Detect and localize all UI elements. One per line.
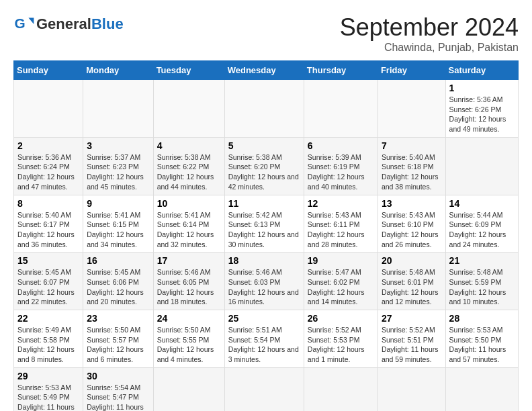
empty-cell bbox=[14, 80, 83, 138]
day-cell: 4Sunrise: 5:38 AMSunset: 6:22 PMDaylight… bbox=[153, 137, 224, 195]
day-cell: 2Sunrise: 5:36 AMSunset: 6:24 PMDaylight… bbox=[14, 137, 83, 195]
empty-cell bbox=[224, 367, 304, 411]
day-cell: 18Sunrise: 5:46 AMSunset: 6:03 PMDayligh… bbox=[224, 253, 304, 310]
empty-cell bbox=[445, 367, 518, 411]
header-saturday: Saturday bbox=[445, 61, 518, 80]
header: G GeneralBlue September 2024 Chawinda, P… bbox=[13, 13, 519, 54]
day-cell: 12Sunrise: 5:43 AMSunset: 6:11 PMDayligh… bbox=[304, 195, 378, 253]
day-cell: 26Sunrise: 5:52 AMSunset: 5:53 PMDayligh… bbox=[304, 310, 378, 368]
header-tuesday: Tuesday bbox=[153, 61, 224, 80]
day-cell: 3Sunrise: 5:37 AMSunset: 6:23 PMDaylight… bbox=[83, 137, 153, 195]
day-cell: 10Sunrise: 5:41 AMSunset: 6:14 PMDayligh… bbox=[153, 195, 224, 253]
main-title: September 2024 bbox=[340, 13, 519, 42]
day-cell: 1Sunrise: 5:36 AMSunset: 6:26 PMDaylight… bbox=[445, 80, 518, 138]
empty-cell bbox=[153, 80, 224, 138]
week-row-5: 22Sunrise: 5:49 AMSunset: 5:58 PMDayligh… bbox=[14, 310, 519, 368]
logo-general: GeneralBlue bbox=[36, 15, 124, 33]
day-cell: 7Sunrise: 5:40 AMSunset: 6:18 PMDaylight… bbox=[378, 137, 445, 195]
day-cell: 5Sunrise: 5:38 AMSunset: 6:20 PMDaylight… bbox=[224, 137, 304, 195]
day-cell: 30Sunrise: 5:54 AMSunset: 5:47 PMDayligh… bbox=[83, 367, 153, 411]
header-thursday: Thursday bbox=[304, 61, 378, 80]
day-cell: 25Sunrise: 5:51 AMSunset: 5:54 PMDayligh… bbox=[224, 310, 304, 368]
day-cell: 9Sunrise: 5:41 AMSunset: 6:15 PMDaylight… bbox=[83, 195, 153, 253]
subtitle: Chawinda, Punjab, Pakistan bbox=[340, 42, 519, 54]
day-cell: 27Sunrise: 5:52 AMSunset: 5:51 PMDayligh… bbox=[378, 310, 445, 368]
header-friday: Friday bbox=[378, 61, 445, 80]
empty-cell bbox=[445, 137, 518, 195]
header-sunday: Sunday bbox=[14, 61, 83, 80]
day-cell: 17Sunrise: 5:46 AMSunset: 6:05 PMDayligh… bbox=[153, 253, 224, 310]
empty-cell bbox=[378, 80, 445, 138]
week-row-3: 8Sunrise: 5:40 AMSunset: 6:17 PMDaylight… bbox=[14, 195, 519, 253]
svg-text:G: G bbox=[15, 15, 26, 31]
week-row-1: 1Sunrise: 5:36 AMSunset: 6:26 PMDaylight… bbox=[14, 80, 519, 138]
day-cell: 13Sunrise: 5:43 AMSunset: 6:10 PMDayligh… bbox=[378, 195, 445, 253]
week-row-6: 29Sunrise: 5:53 AMSunset: 5:49 PMDayligh… bbox=[14, 367, 519, 411]
empty-cell bbox=[304, 80, 378, 138]
day-cell: 29Sunrise: 5:53 AMSunset: 5:49 PMDayligh… bbox=[14, 367, 83, 411]
header-row: SundayMondayTuesdayWednesdayThursdayFrid… bbox=[14, 61, 519, 80]
day-cell: 15Sunrise: 5:45 AMSunset: 6:07 PMDayligh… bbox=[14, 253, 83, 310]
empty-cell bbox=[378, 367, 445, 411]
logo: G GeneralBlue bbox=[13, 13, 124, 35]
empty-cell bbox=[83, 80, 153, 138]
day-cell: 8Sunrise: 5:40 AMSunset: 6:17 PMDaylight… bbox=[14, 195, 83, 253]
calendar-table: SundayMondayTuesdayWednesdayThursdayFrid… bbox=[13, 60, 519, 411]
day-cell: 19Sunrise: 5:47 AMSunset: 6:02 PMDayligh… bbox=[304, 253, 378, 310]
day-cell: 24Sunrise: 5:50 AMSunset: 5:55 PMDayligh… bbox=[153, 310, 224, 368]
empty-cell bbox=[304, 367, 378, 411]
day-cell: 20Sunrise: 5:48 AMSunset: 6:01 PMDayligh… bbox=[378, 253, 445, 310]
day-cell: 6Sunrise: 5:39 AMSunset: 6:19 PMDaylight… bbox=[304, 137, 378, 195]
day-cell: 23Sunrise: 5:50 AMSunset: 5:57 PMDayligh… bbox=[83, 310, 153, 368]
day-cell: 11Sunrise: 5:42 AMSunset: 6:13 PMDayligh… bbox=[224, 195, 304, 253]
empty-cell bbox=[153, 367, 224, 411]
day-cell: 14Sunrise: 5:44 AMSunset: 6:09 PMDayligh… bbox=[445, 195, 518, 253]
week-row-4: 15Sunrise: 5:45 AMSunset: 6:07 PMDayligh… bbox=[14, 253, 519, 310]
day-cell: 28Sunrise: 5:53 AMSunset: 5:50 PMDayligh… bbox=[445, 310, 518, 368]
header-monday: Monday bbox=[83, 61, 153, 80]
title-area: September 2024 Chawinda, Punjab, Pakista… bbox=[340, 13, 519, 54]
logo-icon: G bbox=[13, 13, 35, 35]
header-wednesday: Wednesday bbox=[224, 61, 304, 80]
svg-marker-1 bbox=[28, 17, 34, 24]
day-cell: 22Sunrise: 5:49 AMSunset: 5:58 PMDayligh… bbox=[14, 310, 83, 368]
day-cell: 16Sunrise: 5:45 AMSunset: 6:06 PMDayligh… bbox=[83, 253, 153, 310]
empty-cell bbox=[224, 80, 304, 138]
week-row-2: 2Sunrise: 5:36 AMSunset: 6:24 PMDaylight… bbox=[14, 137, 519, 195]
day-cell: 21Sunrise: 5:48 AMSunset: 5:59 PMDayligh… bbox=[445, 253, 518, 310]
